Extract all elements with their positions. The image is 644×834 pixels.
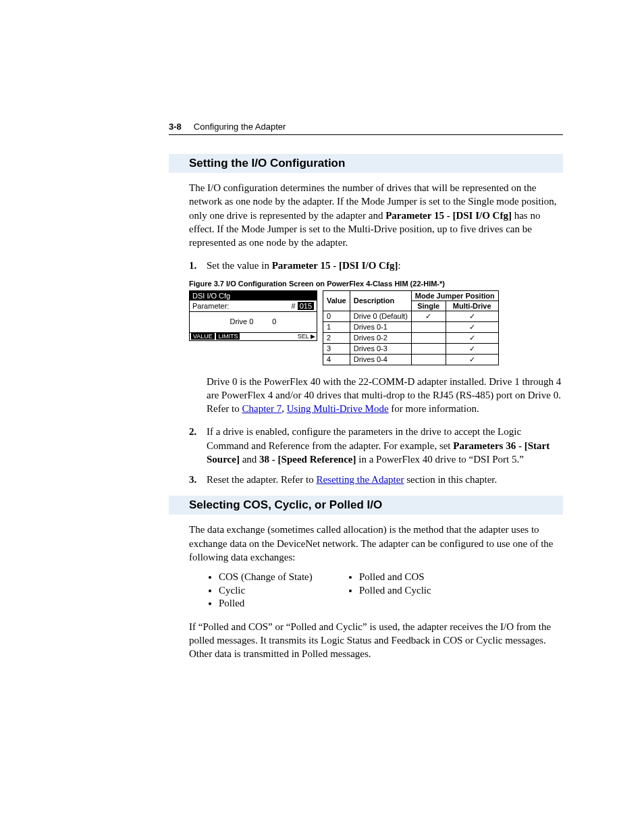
- cell-desc: Drives 0-2: [350, 332, 411, 343]
- section2-outro: If “Polled and COS” or “Polled and Cycli…: [189, 620, 563, 661]
- list-item: Polled and Cyclic: [359, 584, 487, 598]
- step-number: 3.: [189, 473, 207, 486]
- table-header-row: Value Description Mode Jumper Position: [323, 290, 499, 301]
- param-ref: Parameter 15 - [DSI I/O Cfg]: [385, 210, 512, 221]
- text: for more information.: [389, 403, 479, 414]
- him-param-right: # 015: [291, 302, 314, 310]
- section2-intro: The data exchange (sometimes called allo…: [189, 523, 563, 564]
- cell-value: 3: [323, 343, 350, 354]
- table-row: 0 Drive 0 (Default) ✓ ✓: [323, 311, 499, 321]
- config-table: Value Description Mode Jumper Position S…: [323, 290, 499, 365]
- cell-single: [411, 343, 446, 354]
- list-item: Polled: [219, 597, 347, 610]
- cell-value: 0: [323, 311, 350, 321]
- text: :: [398, 260, 400, 271]
- cell-single: [411, 354, 446, 365]
- intro-paragraph: The I/O configuration determines the num…: [189, 181, 563, 249]
- him-sel-label: SEL: [298, 333, 309, 340]
- step-text: Set the value in Parameter 15 - [DSI I/O…: [207, 259, 563, 272]
- cell-single: [411, 332, 446, 343]
- cell-desc: Drive 0 (Default): [350, 311, 411, 321]
- section-heading-cos: Selecting COS, Cyclic, or Polled I/O: [169, 496, 563, 515]
- link-multi-drive-mode[interactable]: Using Multi-Drive Mode: [287, 403, 389, 414]
- him-screen: DSI I/O Cfg Parameter: # 015 Drive 0 0 V…: [189, 290, 317, 341]
- him-param-label: Parameter:: [192, 302, 229, 310]
- col-value: Value: [323, 290, 350, 311]
- him-footer-right: SEL ▶: [298, 333, 315, 340]
- him-param-row: Parameter: # 015: [190, 301, 317, 311]
- cell-single: ✓: [411, 311, 446, 321]
- him-drive-label: Drive 0: [230, 317, 254, 325]
- him-limits-btn: LIMITS: [216, 333, 240, 340]
- table-row: 3 Drives 0-3 ✓: [323, 343, 499, 354]
- right-triangle-icon: ▶: [311, 333, 315, 340]
- him-value-row: Drive 0 0: [190, 311, 317, 332]
- text: section in this chapter.: [404, 474, 497, 485]
- step-3: 3. Reset the adapter. Refer to Resetting…: [189, 473, 563, 486]
- cell-value: 1: [323, 321, 350, 332]
- cell-value: 2: [323, 332, 350, 343]
- him-param-num: 015: [298, 302, 314, 310]
- him-footer: VALUE LIMITS SEL ▶: [190, 332, 317, 340]
- section-heading-io-config: Setting the I/O Configuration: [169, 154, 563, 173]
- exchange-col-2: Polled and COS Polled and Cyclic: [347, 571, 487, 610]
- text: Set the value in: [207, 260, 272, 271]
- text: in a PowerFlex 40 drive to “DSI Port 5.”: [356, 454, 524, 465]
- cell-value: 4: [323, 354, 350, 365]
- step-number: 2.: [189, 425, 207, 466]
- cell-multi: ✓: [446, 354, 498, 365]
- cell-desc: Drives 0-3: [350, 343, 411, 354]
- cell-multi: ✓: [446, 343, 498, 354]
- him-footer-left: VALUE LIMITS: [191, 333, 240, 340]
- step-text: If a drive is enabled, configure the par…: [207, 425, 563, 466]
- figure-caption: Figure 3.7 I/O Configuration Screen on P…: [189, 280, 563, 288]
- figure-row: DSI I/O Cfg Parameter: # 015 Drive 0 0 V…: [189, 290, 563, 365]
- step-2: 2. If a drive is enabled, configure the …: [189, 425, 563, 466]
- running-header: 3-8 Configuring the Adapter: [169, 122, 563, 135]
- chapter-title: Configuring the Adapter: [194, 122, 286, 132]
- col-mode: Mode Jumper Position: [411, 290, 498, 301]
- content: Setting the I/O Configuration The I/O co…: [189, 154, 563, 660]
- col-single: Single: [411, 301, 446, 311]
- col-multi: Multi-Drive: [446, 301, 498, 311]
- col-desc: Description: [350, 290, 411, 311]
- exchange-col-1: COS (Change of State) Cyclic Polled: [207, 571, 347, 610]
- step-text: Reset the adapter. Refer to Resetting th…: [207, 473, 563, 486]
- step-1: 1. Set the value in Parameter 15 - [DSI …: [189, 259, 563, 272]
- step-number: 1.: [189, 259, 207, 272]
- him-title: DSI I/O Cfg: [190, 291, 317, 301]
- table-row: 1 Drives 0-1 ✓: [323, 321, 499, 332]
- cell-desc: Drives 0-4: [350, 354, 411, 365]
- param-ref: 38 - [Speed Reference]: [259, 454, 356, 465]
- text: and: [240, 454, 259, 465]
- him-value-btn: VALUE: [191, 333, 215, 340]
- text: ,: [281, 403, 287, 414]
- cell-multi: ✓: [446, 311, 498, 321]
- table-row: 2 Drives 0-2 ✓: [323, 332, 499, 343]
- steps-list-cont: 2. If a drive is enabled, configure the …: [189, 425, 563, 486]
- link-chapter-7[interactable]: Chapter 7: [242, 403, 281, 414]
- list-item: Cyclic: [219, 584, 347, 598]
- table-row: 4 Drives 0-4 ✓: [323, 354, 499, 365]
- steps-list: 1. Set the value in Parameter 15 - [DSI …: [189, 259, 563, 272]
- cell-multi: ✓: [446, 321, 498, 332]
- cell-single: [411, 321, 446, 332]
- param-ref: Parameter 15 - [DSI I/O Cfg]: [272, 260, 398, 271]
- him-drive-value: 0: [272, 317, 276, 325]
- hash-symbol: #: [291, 302, 295, 310]
- drive0-note: Drive 0 is the PowerFlex 40 with the 22-…: [207, 375, 563, 416]
- exchange-list: COS (Change of State) Cyclic Polled Poll…: [207, 571, 563, 610]
- cell-multi: ✓: [446, 332, 498, 343]
- page-number: 3-8: [169, 122, 182, 132]
- cell-desc: Drives 0-1: [350, 321, 411, 332]
- list-item: Polled and COS: [359, 571, 487, 584]
- link-resetting-adapter[interactable]: Resetting the Adapter: [316, 474, 404, 485]
- text: Reset the adapter. Refer to: [207, 474, 316, 485]
- list-item: COS (Change of State): [219, 571, 347, 584]
- page: 3-8 Configuring the Adapter Setting the …: [0, 0, 644, 708]
